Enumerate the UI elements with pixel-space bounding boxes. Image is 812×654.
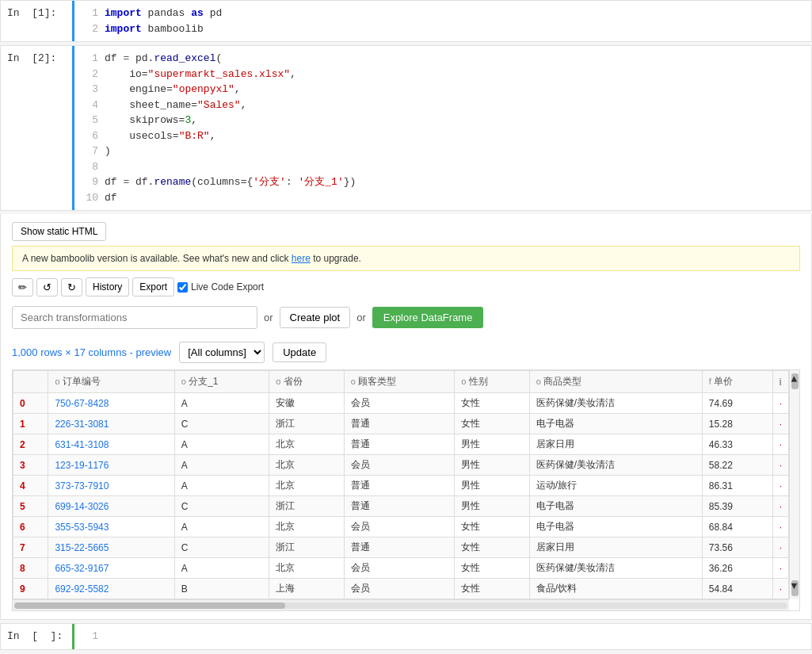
row-gender: 女性 [455,558,530,579]
row-extra: · [772,476,788,496]
row-branch: C [174,537,269,558]
row-customer: 会员 [344,558,455,579]
live-code-label[interactable]: Live Code Export [177,281,264,293]
col-header-extra[interactable]: i [772,371,788,393]
row-product: 居家日用 [529,434,702,455]
scrollbar-thumb-up[interactable]: ▲ [791,373,799,389]
row-branch: C [174,414,269,434]
row-gender: 女性 [455,517,530,537]
cell-2-code[interactable]: 1df = pd.read_excel( 2 io="supermarkt_sa… [72,46,811,210]
row-product: 电子电器 [529,517,702,537]
col-header-index [13,371,48,393]
row-branch: A [174,558,269,579]
row-branch: A [174,476,269,496]
row-index: 5 [13,496,48,517]
row-order-id: 226-31-3081 [48,414,174,434]
row-index: 1 [13,414,48,434]
row-customer: 普通 [344,414,455,434]
scrollbar-thumb-down[interactable]: ▼ [791,580,799,596]
empty-cell-label: In [ ]: [1,624,72,649]
scrollbar-horizontal[interactable] [13,599,789,610]
row-province: 北京 [269,434,345,455]
row-index: 4 [13,476,48,496]
or-label-1: or [264,312,273,323]
row-order-id: 355-53-5943 [48,517,174,537]
redo-icon-button[interactable]: ↻ [61,278,82,296]
row-branch: C [174,496,269,517]
dataframe-wrapper: ▲ ▼ o 订单编号 o 分支_1 o 省份 o 顾客类型 [12,369,800,611]
row-province: 上海 [269,579,345,599]
col-header-province[interactable]: o 省份 [269,371,345,393]
pencil-icon-button[interactable]: ✏ [12,278,33,296]
table-row: 0 750-67-8428 A 安徽 会员 女性 医药保健/美妆清洁 74.69… [13,393,789,414]
row-price: 46.33 [702,434,772,455]
row-index: 0 [13,393,48,414]
row-order-id: 315-22-5665 [48,537,174,558]
col-header-product[interactable]: o 商品类型 [529,371,702,393]
col-header-gender[interactable]: o 性别 [455,371,530,393]
row-branch: A [174,434,269,455]
show-html-button[interactable]: Show static HTML [12,222,106,241]
row-customer: 会员 [344,517,455,537]
row-customer: 普通 [344,537,455,558]
table-scroll-area: o 订单编号 o 分支_1 o 省份 o 顾客类型 o 性别 o 商品类型 f … [13,370,789,599]
cell-1-label: In [1]: [1,1,72,41]
table-row: 5 699-14-3026 C 浙江 普通 男性 电子电器 85.39 · [13,496,789,517]
scrollbar-x-track [14,602,787,609]
row-price: 86.31 [702,476,772,496]
row-gender: 男性 [455,434,530,455]
live-code-checkbox[interactable] [177,282,188,293]
row-gender: 女性 [455,537,530,558]
cell-1-code[interactable]: 1import pandas as pd 2import bamboolib [72,1,811,41]
row-customer: 普通 [344,476,455,496]
upgrade-link[interactable]: here [292,253,311,264]
row-product: 电子电器 [529,414,702,434]
search-row: or Create plot or Explore DataFrame [12,306,800,329]
update-button[interactable]: Update [273,342,326,362]
row-price: 73.56 [702,537,772,558]
row-province: 浙江 [269,496,345,517]
row-order-id: 692-92-5582 [48,579,174,599]
table-row: 8 665-32-9167 A 北京 会员 女性 医药保健/美妆清洁 36.26… [13,558,789,579]
row-order-id: 699-14-3026 [48,496,174,517]
row-price: 54.84 [702,579,772,599]
row-index: 7 [13,537,48,558]
row-product: 居家日用 [529,537,702,558]
row-branch: A [174,393,269,414]
empty-cell-content[interactable]: 1 [72,624,811,649]
search-input[interactable] [12,306,257,329]
row-province: 北京 [269,455,345,476]
table-row: 9 692-92-5582 B 上海 会员 女性 食品/饮料 54.84 · [13,579,789,599]
row-branch: A [174,455,269,476]
cell-2-label: In [2]: [1,46,72,210]
col-header-branch[interactable]: o 分支_1 [174,371,269,393]
table-row: 6 355-53-5943 A 北京 会员 女性 电子电器 68.84 · [13,517,789,537]
row-product: 医药保健/美妆清洁 [529,558,702,579]
undo-icon-button[interactable]: ↺ [36,278,58,296]
columns-select[interactable]: [All columns] [179,342,265,363]
scrollbar-x-thumb[interactable] [14,602,285,609]
cell-2: In [2]: 1df = pd.read_excel( 2 io="super… [0,45,812,211]
scrollbar-vertical[interactable]: ▲ ▼ [789,370,799,599]
col-header-order-id[interactable]: o 订单编号 [48,371,174,393]
export-button[interactable]: Export [132,277,174,296]
row-gender: 男性 [455,496,530,517]
row-price: 85.39 [702,496,772,517]
col-header-customer[interactable]: o 顾客类型 [344,371,455,393]
row-product: 医药保健/美妆清洁 [529,393,702,414]
table-body: 0 750-67-8428 A 安徽 会员 女性 医药保健/美妆清洁 74.69… [13,393,789,599]
row-product: 食品/饮料 [529,579,702,599]
table-row: 2 631-41-3108 A 北京 普通 男性 居家日用 46.33 · [13,434,789,455]
dataframe-container: ▲ ▼ o 订单编号 o 分支_1 o 省份 o 顾客类型 [12,369,800,611]
history-button[interactable]: History [86,277,129,296]
row-customer: 会员 [344,393,455,414]
explore-dataframe-button[interactable]: Explore DataFrame [372,307,484,328]
row-extra: · [772,537,788,558]
row-order-id: 373-73-7910 [48,476,174,496]
col-header-price[interactable]: f 单价 [702,371,772,393]
row-product: 运动/旅行 [529,476,702,496]
row-extra: · [772,558,788,579]
table-row: 1 226-31-3081 C 浙江 普通 女性 电子电器 15.28 · [13,414,789,434]
create-plot-button[interactable]: Create plot [280,307,351,328]
cell-1: In [1]: 1import pandas as pd 2import bam… [0,0,812,42]
